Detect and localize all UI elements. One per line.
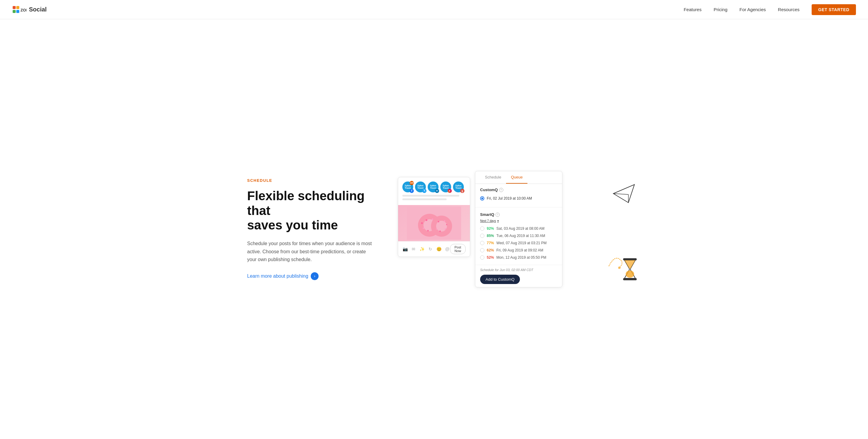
svg-rect-2 bbox=[13, 10, 16, 13]
customq-option[interactable]: Fri, 02 Jul 2019 at 10:00 AM bbox=[480, 195, 557, 202]
learn-more-link[interactable]: Learn more about publishing › bbox=[247, 272, 374, 280]
smart-slot-5[interactable]: 52% Mon, 12 Aug 2019 at 05:50 PM bbox=[480, 254, 557, 261]
right-content: ZylkerTravel 186 f ZylkerTravel 𝕏 Zylker… bbox=[398, 171, 621, 287]
donut-illustration bbox=[407, 207, 461, 240]
svg-point-21 bbox=[446, 224, 447, 225]
smartq-radio-3[interactable] bbox=[480, 241, 484, 245]
toolbar-row: 📷 ✉ ✨ ↻ 😊 @ Post Now bbox=[398, 241, 470, 257]
next7-dropdown[interactable]: Next 7 days ▾ bbox=[480, 219, 557, 223]
smart-slot-2[interactable]: 85% Tue, 06 Aug 2019 at 11:30 AM bbox=[480, 232, 557, 239]
nav-pricing[interactable]: Pricing bbox=[714, 7, 727, 12]
paper-plane-icon bbox=[612, 183, 636, 204]
customq-section: CustomQ ? Fri, 02 Jul 2019 at 10:00 AM bbox=[475, 184, 562, 206]
smartq-time-4: Fri, 09 Aug 2019 at 09:02 AM bbox=[496, 248, 543, 252]
smartq-radio-5[interactable] bbox=[480, 255, 484, 260]
composer-panel: ZylkerTravel 186 f ZylkerTravel 𝕏 Zylker… bbox=[398, 177, 470, 257]
avatar-5: ZylkerTravel g bbox=[453, 181, 464, 193]
customq-title: CustomQ bbox=[480, 187, 498, 192]
customq-time: Fri, 02 Jul 2019 at 10:00 AM bbox=[487, 196, 532, 201]
svg-point-9 bbox=[426, 219, 427, 221]
add-to-customq-button[interactable]: Add to CustomQ bbox=[480, 275, 520, 284]
zoho-logo-icon: ZOHO bbox=[12, 5, 27, 14]
smartq-time-3: Wed, 07 Aug 2019 at 03:21 PM bbox=[496, 241, 547, 245]
svg-point-19 bbox=[438, 221, 439, 223]
customq-info-icon[interactable]: ? bbox=[499, 188, 503, 192]
text-line-2 bbox=[402, 198, 447, 200]
tab-schedule[interactable]: Schedule bbox=[480, 171, 506, 184]
main-heading: Flexible scheduling that saves you time bbox=[247, 189, 374, 232]
smart-slot-1[interactable]: 92% Sat, 03 Aug 2019 at 08:00 AM bbox=[480, 225, 557, 232]
svg-rect-30 bbox=[623, 278, 637, 280]
avatar-4: ZylkerTravel ● bbox=[440, 181, 451, 193]
donut-image-area bbox=[398, 205, 470, 241]
smartq-title: SmartQ bbox=[480, 212, 494, 217]
description-text: Schedule your posts for times when your … bbox=[247, 240, 374, 264]
smartq-section: SmartQ ? Next 7 days ▾ 92% Sat, 03 Aug 2… bbox=[475, 209, 562, 265]
text-line-1 bbox=[402, 195, 459, 197]
schedule-panel: Schedule Queue CustomQ ? Fri, 02 Jul 201… bbox=[475, 171, 562, 287]
doodle-line-icon bbox=[606, 251, 624, 269]
svg-point-18 bbox=[436, 221, 447, 232]
post-now-button[interactable]: Post Now bbox=[450, 244, 466, 254]
smartq-time-2: Tue, 06 Aug 2019 at 11:30 AM bbox=[496, 234, 545, 238]
nav: Features Pricing For Agencies Resources … bbox=[684, 4, 856, 15]
notification-badge: 186 bbox=[410, 181, 414, 185]
svg-point-10 bbox=[432, 218, 433, 220]
section-divider bbox=[475, 207, 562, 207]
svg-rect-29 bbox=[623, 258, 637, 260]
panel-tabs: Schedule Queue bbox=[475, 171, 562, 184]
emoji-icon[interactable]: 😊 bbox=[436, 246, 441, 252]
svg-point-20 bbox=[444, 221, 445, 222]
smartq-time-1: Sat, 03 Aug 2019 at 08:00 AM bbox=[496, 227, 544, 231]
smartq-title-row: SmartQ ? bbox=[480, 212, 557, 217]
logo-text: Social bbox=[29, 6, 47, 13]
smartq-pct-1: 92% bbox=[487, 227, 494, 231]
avatar-2: ZylkerTravel 𝕏 bbox=[415, 181, 426, 193]
customq-radio[interactable] bbox=[480, 196, 484, 201]
nav-resources[interactable]: Resources bbox=[778, 7, 800, 12]
hourglass-icon bbox=[621, 257, 639, 281]
smartq-radio-4[interactable] bbox=[480, 248, 484, 252]
svg-rect-1 bbox=[16, 6, 19, 9]
tab-queue[interactable]: Queue bbox=[506, 171, 527, 184]
arrow-circle-icon: › bbox=[311, 272, 318, 280]
svg-point-14 bbox=[423, 228, 424, 229]
get-started-button[interactable]: GET STARTED bbox=[812, 4, 856, 15]
smartq-radio-2[interactable] bbox=[480, 234, 484, 238]
magic-icon[interactable]: ✨ bbox=[419, 246, 425, 252]
svg-rect-3 bbox=[16, 10, 19, 13]
avatar-1: ZylkerTravel 186 f bbox=[402, 181, 413, 193]
camera-icon[interactable]: 📷 bbox=[402, 246, 408, 252]
svg-point-31 bbox=[626, 270, 634, 278]
avatar-3: ZylkerTravel in bbox=[428, 181, 438, 193]
svg-rect-0 bbox=[13, 6, 16, 9]
svg-point-23 bbox=[439, 231, 441, 232]
smart-slot-4[interactable]: 62% Fri, 09 Aug 2019 at 09:02 AM bbox=[480, 246, 557, 254]
smartq-radio-1[interactable] bbox=[480, 227, 484, 231]
hero-section: SCHEDULE Flexible scheduling that saves … bbox=[223, 19, 645, 439]
svg-point-24 bbox=[436, 229, 437, 230]
svg-point-13 bbox=[427, 230, 429, 232]
svg-point-22 bbox=[445, 229, 446, 230]
nav-features[interactable]: Features bbox=[684, 7, 701, 12]
avatar-row: ZylkerTravel 186 f ZylkerTravel 𝕏 Zylker… bbox=[398, 177, 470, 195]
schedule-for-text: Schedule for Jun 03, 02:00 AM CDT bbox=[480, 268, 557, 272]
smartq-time-5: Mon, 12 Aug 2019 at 05:50 PM bbox=[496, 255, 546, 260]
customq-title-row: CustomQ ? bbox=[480, 187, 557, 192]
smartq-info-icon[interactable]: ? bbox=[495, 212, 500, 217]
toolbar-icons: 📷 ✉ ✨ ↻ 😊 @ bbox=[402, 246, 450, 252]
decorative-area bbox=[603, 171, 639, 287]
header: ZOHO Social Features Pricing For Agencie… bbox=[0, 0, 868, 19]
svg-text:ZOHO: ZOHO bbox=[21, 8, 27, 12]
refresh-icon[interactable]: ↻ bbox=[428, 246, 433, 252]
mail-icon[interactable]: ✉ bbox=[411, 246, 416, 252]
nav-for-agencies[interactable]: For Agencies bbox=[740, 7, 766, 12]
smart-slot-3[interactable]: 77% Wed, 07 Aug 2019 at 03:21 PM bbox=[480, 239, 557, 246]
smartq-pct-2: 85% bbox=[487, 234, 494, 238]
logo[interactable]: ZOHO Social bbox=[12, 5, 47, 14]
smartq-pct-5: 52% bbox=[487, 255, 494, 260]
left-content: SCHEDULE Flexible scheduling that saves … bbox=[247, 178, 374, 280]
schedule-footer: Schedule for Jun 03, 02:00 AM CDT Add to… bbox=[475, 265, 562, 287]
svg-point-15 bbox=[421, 222, 423, 224]
mention-icon[interactable]: @ bbox=[444, 246, 450, 252]
